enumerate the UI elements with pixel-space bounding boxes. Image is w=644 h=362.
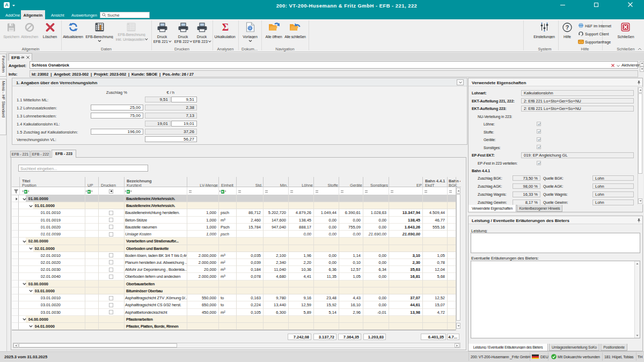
svg-text:?: ? — [566, 24, 569, 31]
